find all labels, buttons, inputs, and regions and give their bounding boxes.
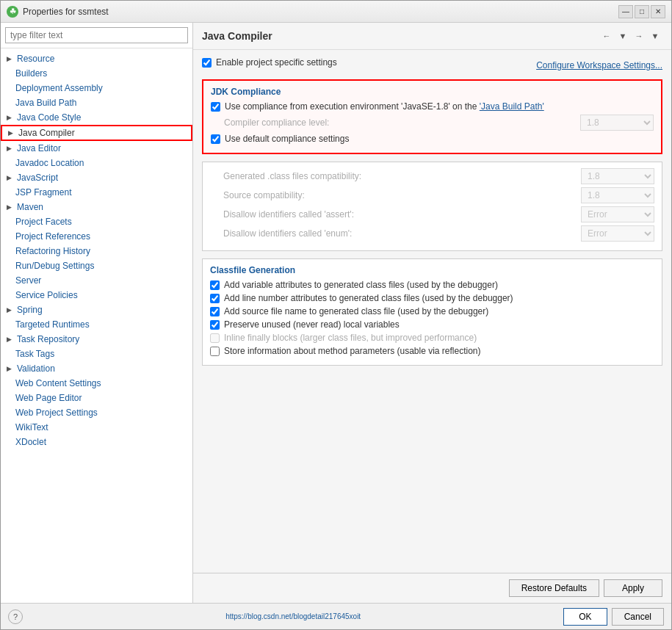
sidebar-item-label: Service Policies: [15, 290, 78, 300]
tree-list: ▶ Resource Builders Deployment Assembly …: [1, 48, 192, 603]
sidebar-item-label: Resource: [17, 54, 54, 64]
source-dropdown[interactable]: 1.8: [581, 187, 654, 203]
sidebar-item-spring[interactable]: ▶ Spring: [1, 303, 192, 317]
sidebar-item-task-repository[interactable]: ▶ Task Repository: [1, 332, 192, 347]
sidebar-item-jsp-fragment[interactable]: JSP Fragment: [1, 185, 192, 200]
sidebar-item-task-tags[interactable]: Task Tags: [1, 347, 192, 361]
sidebar-item-run-debug-settings[interactable]: Run/Debug Settings: [1, 258, 192, 273]
java-build-path-link[interactable]: 'Java Build Path': [480, 101, 544, 112]
sidebar-item-validation[interactable]: ▶ Validation: [1, 361, 192, 376]
filter-box: [1, 23, 192, 48]
close-button[interactable]: ✕: [651, 5, 665, 18]
sidebar-item-web-project-settings[interactable]: Web Project Settings: [1, 405, 192, 420]
assert-label: Disallow identifiers called 'assert':: [210, 209, 581, 220]
apply-button[interactable]: Apply: [604, 579, 662, 597]
sidebar-item-service-policies[interactable]: Service Policies: [1, 288, 192, 303]
sidebar-item-java-build-path[interactable]: Java Build Path: [1, 95, 192, 110]
use-compliance-checkbox[interactable]: [211, 102, 220, 112]
arrow-icon: ▶: [7, 336, 15, 343]
jdk-compliance-section: JDK Compliance Use compliance from execu…: [202, 79, 662, 154]
cf1-checkbox[interactable]: [210, 280, 220, 290]
cf4-checkbox[interactable]: [210, 320, 220, 330]
sidebar-item-label: Java Editor: [17, 143, 61, 153]
assert-row: Disallow identifiers called 'assert': Er…: [210, 206, 654, 222]
help-button[interactable]: ?: [8, 609, 23, 624]
footer-link: https://blog.csdn.net/blogdetail217645xo…: [225, 612, 361, 620]
source-label: Source compatibility:: [210, 190, 581, 200]
enable-checkbox-row: Enable project specific settings: [202, 57, 337, 68]
title-bar-left: ☘ Properties for ssmtest: [7, 6, 109, 18]
sidebar-item-label: Javadoc Location: [15, 158, 84, 168]
sidebar-item-label: Targeted Runtimes: [15, 319, 90, 330]
sidebar-item-xdoclet[interactable]: XDoclet: [1, 435, 192, 449]
sidebar-item-maven[interactable]: ▶ Maven: [1, 200, 192, 214]
cf3-checkbox[interactable]: [210, 307, 220, 316]
sidebar-item-java-editor[interactable]: ▶ Java Editor: [1, 141, 192, 156]
back-button[interactable]: ←: [599, 29, 614, 43]
enable-checkbox[interactable]: [202, 58, 212, 68]
sidebar-item-web-content-settings[interactable]: Web Content Settings: [1, 376, 192, 391]
sidebar-item-label: Java Code Style: [17, 112, 81, 123]
cf5-label: Inline finally blocks (larger class file…: [224, 333, 477, 343]
use-default-row: Use default compliance settings: [211, 134, 654, 144]
configure-workspace-link[interactable]: Configure Workspace Settings...: [536, 60, 662, 70]
use-compliance-label: Use compliance from execution environmen…: [225, 101, 544, 112]
arrow-icon: ▶: [7, 365, 15, 372]
sidebar-item-web-page-editor[interactable]: Web Page Editor: [1, 391, 192, 405]
enum-label: Disallow identifiers called 'enum':: [210, 228, 581, 239]
jdk-section-title: JDK Compliance: [211, 87, 654, 97]
cf-row-2: Add line number attributes to generated …: [210, 293, 654, 303]
cancel-button[interactable]: Cancel: [612, 608, 664, 626]
sidebar-item-wikitext[interactable]: WikiText: [1, 420, 192, 435]
sidebar-item-label: Web Content Settings: [15, 378, 101, 388]
sidebar-item-project-references[interactable]: Project References: [1, 229, 192, 244]
panel-toolbar: ← ▼ → ▼: [599, 29, 662, 43]
sidebar-item-label: Validation: [17, 363, 55, 374]
sidebar-item-builders[interactable]: Builders: [1, 66, 192, 81]
footer: ? https://blog.csdn.net/blogdetail217645…: [1, 603, 671, 629]
enable-settings-row: Enable project specific settings Configu…: [202, 57, 662, 73]
cf5-checkbox[interactable]: [210, 333, 220, 343]
cf-row-6: Store information about method parameter…: [210, 346, 654, 356]
cf3-label: Add source file name to generated class …: [224, 306, 488, 316]
sub-settings-section: Generated .class files compatibility: 1.…: [202, 162, 662, 251]
compiler-compliance-dropdown[interactable]: 1.8: [580, 115, 654, 131]
sidebar-item-java-code-style[interactable]: ▶ Java Code Style: [1, 110, 192, 125]
cf6-checkbox[interactable]: [210, 347, 220, 356]
sidebar-item-project-facets[interactable]: Project Facets: [1, 214, 192, 229]
cf2-checkbox[interactable]: [210, 294, 220, 303]
restore-defaults-button[interactable]: Restore Defaults: [509, 579, 599, 597]
cf6-label: Store information about method parameter…: [224, 346, 481, 356]
generated-dropdown[interactable]: 1.8: [581, 168, 654, 184]
maximize-button[interactable]: □: [635, 5, 649, 18]
back-dropdown-button[interactable]: ▼: [615, 29, 630, 43]
generated-row: Generated .class files compatibility: 1.…: [210, 168, 654, 184]
arrow-icon: ▶: [7, 145, 15, 152]
sidebar-item-targeted-runtimes[interactable]: Targeted Runtimes: [1, 317, 192, 332]
sidebar-item-label: Java Build Path: [15, 98, 76, 108]
forward-button[interactable]: →: [632, 29, 646, 43]
use-default-label: Use default compliance settings: [225, 134, 349, 144]
sidebar-item-resource[interactable]: ▶ Resource: [1, 51, 192, 66]
enum-dropdown[interactable]: Error: [581, 225, 654, 242]
use-default-checkbox[interactable]: [211, 134, 220, 144]
enum-row: Disallow identifiers called 'enum': Erro…: [210, 225, 654, 242]
filter-input[interactable]: [5, 27, 188, 43]
sidebar-item-server[interactable]: Server: [1, 273, 192, 288]
classfile-title: Classfile Generation: [210, 265, 654, 275]
sidebar-item-javascript[interactable]: ▶ JavaScript: [1, 170, 192, 185]
sidebar-item-label: Server: [15, 275, 41, 286]
assert-dropdown[interactable]: Error: [581, 206, 654, 222]
sidebar-item-javadoc-location[interactable]: Javadoc Location: [1, 156, 192, 170]
sidebar-item-label: Spring: [17, 305, 43, 315]
forward-dropdown-button[interactable]: ▼: [648, 29, 662, 43]
panel-content: Enable project specific settings Configu…: [193, 50, 671, 573]
sidebar-item-refactoring-history[interactable]: Refactoring History: [1, 244, 192, 258]
generated-label: Generated .class files compatibility:: [210, 171, 581, 181]
classfile-section: Classfile Generation Add variable attrib…: [202, 258, 662, 366]
sidebar-item-deployment-assembly[interactable]: Deployment Assembly: [1, 81, 192, 95]
minimize-button[interactable]: —: [618, 5, 633, 18]
sidebar-item-label: Project Facets: [15, 217, 72, 227]
ok-button[interactable]: OK: [563, 608, 607, 626]
sidebar-item-java-compiler[interactable]: ▶ Java Compiler: [1, 125, 192, 141]
